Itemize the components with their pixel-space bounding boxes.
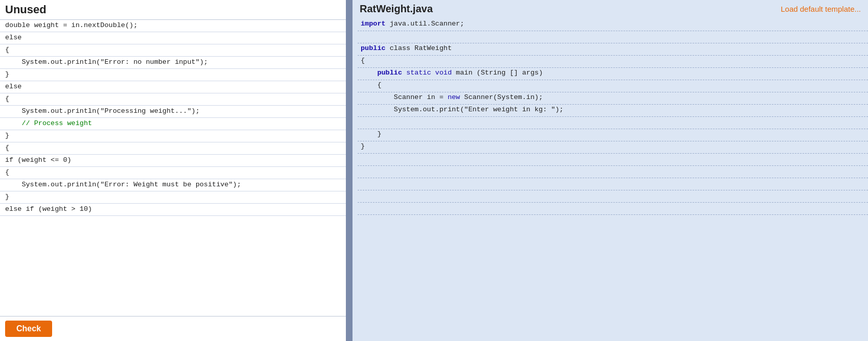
- right-code-line-10: }: [358, 129, 868, 141]
- right-panel-title: RatWeight.java: [360, 3, 433, 15]
- left-code-line-6: else: [0, 81, 346, 93]
- right-code-line-blank4: [358, 166, 868, 178]
- main-container: Unused double weight = in.nextDouble(); …: [0, 0, 868, 341]
- left-code-line-4: System.out.println("Error: no number inp…: [0, 57, 346, 69]
- right-panel-header: RatWeight.java Load default template...: [353, 0, 868, 17]
- right-code-line-4: {: [358, 56, 868, 68]
- left-code-line-5: }: [0, 69, 346, 81]
- right-code-line-blank3: [358, 154, 868, 166]
- right-code-line-3: public class RatWeight: [358, 43, 868, 56]
- left-code-line-2: else: [0, 32, 346, 44]
- right-code-line-blank6: [358, 190, 868, 203]
- right-code-line-6: {: [358, 80, 868, 92]
- left-code-line-9: // Process weight: [0, 118, 346, 130]
- load-default-link[interactable]: Load default template...: [781, 5, 861, 13]
- left-code-line-11: {: [0, 142, 346, 155]
- right-panel: RatWeight.java Load default template... …: [353, 0, 868, 341]
- left-panel: Unused double weight = in.nextDouble(); …: [0, 0, 347, 341]
- right-code-line-blank5: [358, 178, 868, 190]
- left-code-line-10: }: [0, 130, 346, 142]
- left-code-line-15: }: [0, 191, 346, 204]
- right-code-line-1: import java.util.Scanner;: [358, 19, 868, 31]
- left-code-line-13: {: [0, 167, 346, 179]
- check-button[interactable]: Check: [5, 321, 52, 337]
- left-code-line-3: {: [0, 44, 346, 57]
- right-code-line-blank1: [358, 31, 868, 43]
- right-code-line-5: public static void main (String [] args): [358, 68, 868, 80]
- right-code-line-8: System.out.print("Enter weight in kg: ")…: [358, 105, 868, 117]
- right-code-area: import java.util.Scanner; public class R…: [353, 17, 868, 341]
- left-code-line-12: if (weight <= 0): [0, 155, 346, 167]
- right-code-line-blank2: [358, 117, 868, 129]
- panel-divider[interactable]: [347, 0, 353, 341]
- left-code-panel: double weight = in.nextDouble(); else { …: [0, 20, 346, 316]
- left-code-line-7: {: [0, 93, 346, 106]
- left-code-line-16: else if (weight > 10): [0, 204, 346, 216]
- check-button-row: Check: [0, 316, 346, 341]
- left-code-line-8: System.out.println("Processing weight...…: [0, 106, 346, 118]
- left-code-line-1: double weight = in.nextDouble();: [0, 20, 346, 32]
- right-code-line-11: }: [358, 141, 868, 154]
- left-code-line-14: System.out.println("Error: Weight must b…: [0, 179, 346, 191]
- right-code-line-7: Scanner in = new Scanner(System.in);: [358, 92, 868, 105]
- left-panel-title: Unused: [0, 0, 346, 20]
- right-code-line-blank7: [358, 203, 868, 215]
